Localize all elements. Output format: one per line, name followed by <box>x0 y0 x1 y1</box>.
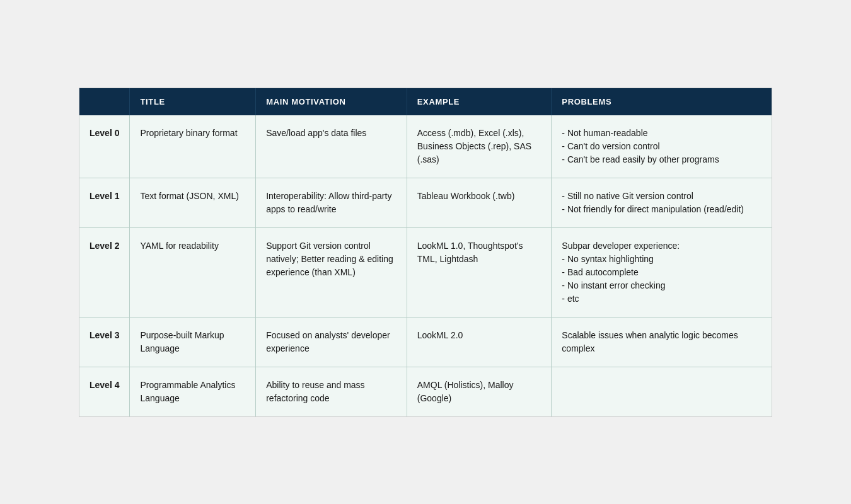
motivation-cell: Support Git version control natively; Be… <box>256 227 407 317</box>
title-cell: YAML for readability <box>130 227 256 317</box>
table-row: Level 3Purpose-built Markup LanguageFocu… <box>79 317 772 367</box>
col-header-example: EXAMPLE <box>407 88 552 115</box>
levels-table: TITLE MAIN MOTIVATION EXAMPLE PROBLEMS L… <box>79 88 772 416</box>
problems-cell: Subpar developer experience:- No syntax … <box>552 227 772 317</box>
example-cell: LookML 2.0 <box>407 317 552 367</box>
col-header-motivation: MAIN MOTIVATION <box>256 88 407 115</box>
title-cell: Programmable Analytics Language <box>130 367 256 416</box>
level-cell: Level 4 <box>79 367 130 416</box>
col-header-problems: PROBLEMS <box>552 88 772 115</box>
example-cell: AMQL (Holistics), Malloy (Google) <box>407 367 552 416</box>
example-cell: Tableau Workbook (.twb) <box>407 178 552 227</box>
table-row: Level 1Text format (JSON, XML)Interopera… <box>79 178 772 227</box>
level-cell: Level 1 <box>79 178 130 227</box>
main-table-container: TITLE MAIN MOTIVATION EXAMPLE PROBLEMS L… <box>79 88 772 417</box>
example-cell: LookML 1.0, Thoughtspot's TML, Lightdash <box>407 227 552 317</box>
title-cell: Text format (JSON, XML) <box>130 178 256 227</box>
level-cell: Level 2 <box>79 227 130 317</box>
motivation-cell: Ability to reuse and mass refactoring co… <box>256 367 407 416</box>
col-header-title: TITLE <box>130 88 256 115</box>
table-row: Level 2YAML for readabilitySupport Git v… <box>79 227 772 317</box>
table-body: Level 0Proprietary binary formatSave/loa… <box>79 115 772 416</box>
motivation-cell: Save/load app's data files <box>256 115 407 178</box>
level-cell: Level 0 <box>79 115 130 178</box>
table-header-row: TITLE MAIN MOTIVATION EXAMPLE PROBLEMS <box>79 88 772 115</box>
table-row: Level 4Programmable Analytics LanguageAb… <box>79 367 772 416</box>
problems-cell: - Not human-readable- Can't do version c… <box>552 115 772 178</box>
problems-cell <box>552 367 772 416</box>
motivation-cell: Focused on analysts' developer experienc… <box>256 317 407 367</box>
problems-cell: - Still no native Git version control- N… <box>552 178 772 227</box>
title-cell: Proprietary binary format <box>130 115 256 178</box>
example-cell: Access (.mdb), Excel (.xls), Business Ob… <box>407 115 552 178</box>
title-cell: Purpose-built Markup Language <box>130 317 256 367</box>
col-header-level <box>79 88 130 115</box>
table-row: Level 0Proprietary binary formatSave/loa… <box>79 115 772 178</box>
level-cell: Level 3 <box>79 317 130 367</box>
problems-cell: Scalable issues when analytic logic beco… <box>552 317 772 367</box>
motivation-cell: Interoperability: Allow third-party apps… <box>256 178 407 227</box>
